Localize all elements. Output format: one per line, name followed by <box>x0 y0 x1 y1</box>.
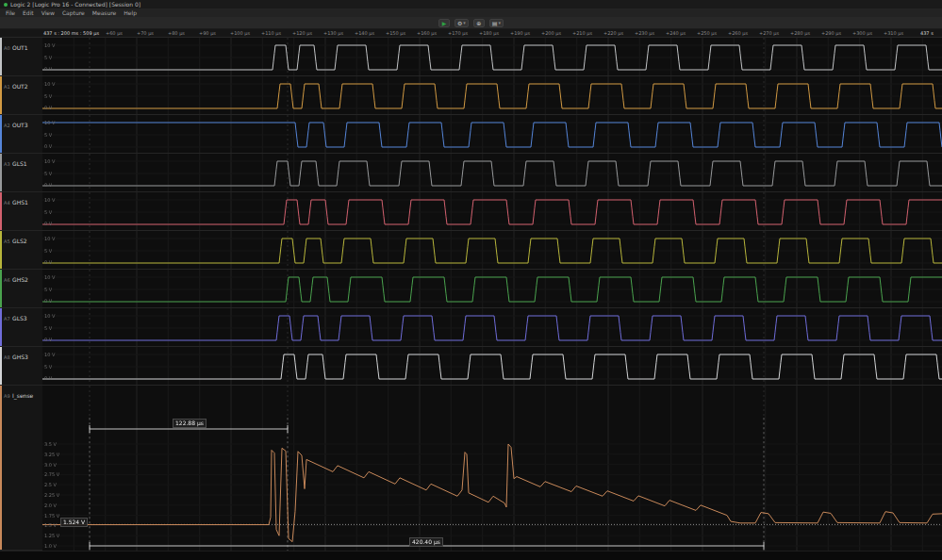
bottom-bar <box>0 551 942 560</box>
menu-item-view[interactable]: View <box>41 8 55 17</box>
y-axis-label: 5 V <box>44 209 52 215</box>
channel-label-gls1[interactable]: A3GLS1 <box>0 154 42 192</box>
channel-label-out2[interactable]: A1OUT2 <box>0 76 42 115</box>
isense-waveform-canvas[interactable] <box>42 386 942 551</box>
y-axis-label: 3.0 V <box>44 462 57 468</box>
y-axis-label: 1.25 V <box>44 533 59 538</box>
ruler-tick-label: +270 μs <box>759 30 779 36</box>
ruler-tick-label: +140 μs <box>355 30 374 36</box>
channel-waveform-canvas[interactable] <box>42 308 942 347</box>
channel-id: A4 <box>4 200 10 206</box>
timing-measurement-label[interactable]: 122.88 μs <box>173 419 207 428</box>
menu-item-help[interactable]: Help <box>124 8 137 17</box>
y-axis-label: 5 V <box>44 325 52 331</box>
ruler-tick-label: +200 μs <box>541 30 561 36</box>
channel-waveform-canvas[interactable] <box>42 347 942 386</box>
chevron-down-icon: ▾ <box>463 19 466 27</box>
device-settings-icon: ⚙ <box>457 19 462 27</box>
channel-label-out1[interactable]: A0OUT1 <box>0 38 42 76</box>
channel-waveform-canvas[interactable] <box>42 231 942 270</box>
channel-id: A0 <box>4 45 10 51</box>
channel-name: OUT1 <box>12 44 28 51</box>
y-axis-label: 1.75 V <box>44 513 59 519</box>
ruler-tick-label: +90 μs <box>199 30 216 36</box>
y-axis-label: 0 V <box>44 105 52 110</box>
y-axis-label: 10 V <box>44 236 55 241</box>
measurements-icon: ⊕ <box>476 19 481 27</box>
menu-item-edit[interactable]: Edit <box>23 8 34 17</box>
channel-label-ghs3[interactable]: A8GHS3 <box>0 347 42 386</box>
export-annotations-button[interactable]: ▤▾ <box>489 19 504 27</box>
y-axis-label: 2.5 V <box>44 482 57 487</box>
export-annotations-icon: ▤ <box>492 19 498 27</box>
y-axis-label: 2.75 V <box>44 471 59 477</box>
menu-item-measure[interactable]: Measure <box>92 8 117 17</box>
y-axis-label: 5 V <box>44 248 52 254</box>
time-ruler[interactable]: 437 s : 200 ms : 509 μs 437 s +60 μs+70 … <box>0 29 942 38</box>
channel-name: OUT2 <box>12 83 28 90</box>
y-axis-label: 0 V <box>44 337 52 342</box>
channel-id: A1 <box>4 84 10 90</box>
channel-color-strip <box>0 231 2 269</box>
ruler-origin-label: 437 s : 200 ms : 509 μs <box>43 30 99 36</box>
ruler-tick-label: +250 μs <box>697 30 717 36</box>
app-window: Logic 2 [Logic Pro 16 - Connected] [Sess… <box>0 0 942 560</box>
title-bar: Logic 2 [Logic Pro 16 - Connected] [Sess… <box>0 0 942 8</box>
ruler-tick-label: +280 μs <box>790 30 810 36</box>
channel-color-strip <box>0 386 2 550</box>
ruler-tick-label: +110 μs <box>261 30 281 36</box>
y-axis-label: 10 V <box>44 197 55 203</box>
channel-waveform-canvas[interactable] <box>42 115 942 154</box>
y-axis-label: 5 V <box>44 364 52 370</box>
y-axis-label: 0 V <box>44 66 52 72</box>
menu-item-capture[interactable]: Capture <box>62 8 85 17</box>
y-axis-label: 0 V <box>44 259 52 265</box>
channel-color-strip <box>0 308 2 346</box>
channel-waveform-canvas[interactable] <box>42 76 942 115</box>
ruler-tick-label: +70 μs <box>137 30 154 36</box>
channel-label-gls2[interactable]: A5GLS2 <box>0 231 42 270</box>
channel-color-strip <box>0 192 2 230</box>
channel-id: A6 <box>4 277 10 283</box>
channel-color-strip <box>0 76 2 114</box>
timing-measurement-label[interactable]: 420.40 μs <box>409 537 443 547</box>
y-axis-label: 5 V <box>44 132 52 138</box>
ruler-tick-label: +60 μs <box>106 30 123 36</box>
y-axis-label: 5 V <box>44 55 52 60</box>
channel-waveform-canvas[interactable] <box>42 192 942 231</box>
channel-waveform-canvas[interactable] <box>42 270 942 308</box>
channel-waveform-canvas[interactable] <box>42 154 942 192</box>
channel-name: I_sense <box>12 392 33 399</box>
channel-label-out3[interactable]: A2OUT3 <box>0 115 42 154</box>
y-axis-label: 10 V <box>44 313 55 319</box>
channel-waveform-canvas[interactable] <box>42 38 942 76</box>
y-axis-label: 10 V <box>44 42 55 48</box>
device-settings-button[interactable]: ⚙▾ <box>454 19 469 27</box>
y-axis-label: 10 V <box>44 120 55 125</box>
ruler-tick-label: +150 μs <box>386 30 405 36</box>
y-axis-label: 2.0 V <box>44 502 57 508</box>
voltage-ref-label[interactable]: 1.524 V <box>60 518 88 527</box>
ruler-tick-label: +310 μs <box>884 30 903 36</box>
channel-id: A2 <box>4 123 10 128</box>
channel-name: GHS3 <box>12 354 28 360</box>
channel-name: GHS1 <box>12 199 28 206</box>
y-axis-label: 5 V <box>44 287 52 292</box>
channel-label-i_sense[interactable]: A9I_sense <box>0 386 42 551</box>
menu-item-file[interactable]: File <box>6 8 15 17</box>
channel-label-ghs1[interactable]: A4GHS1 <box>0 192 42 231</box>
channel-label-gls3[interactable]: A7GLS3 <box>0 308 42 347</box>
y-axis-label: 10 V <box>44 352 55 357</box>
ruler-tick-label: +100 μs <box>230 30 250 36</box>
channel-label-ghs2[interactable]: A6GHS2 <box>0 270 42 308</box>
y-axis-label: 3.5 V <box>44 441 57 447</box>
ruler-tick-label: +220 μs <box>603 30 623 36</box>
ruler-tick-label: +300 μs <box>852 30 872 36</box>
y-axis-label: 5 V <box>44 93 52 99</box>
measurements-button[interactable]: ⊕ <box>473 19 485 27</box>
channel-name: GLS3 <box>12 315 27 321</box>
channel-name: GLS2 <box>12 238 27 244</box>
ruler-tick-label: +130 μs <box>323 30 343 36</box>
channel-id: A5 <box>4 239 10 244</box>
start-capture-button[interactable]: ▶ <box>438 19 450 27</box>
